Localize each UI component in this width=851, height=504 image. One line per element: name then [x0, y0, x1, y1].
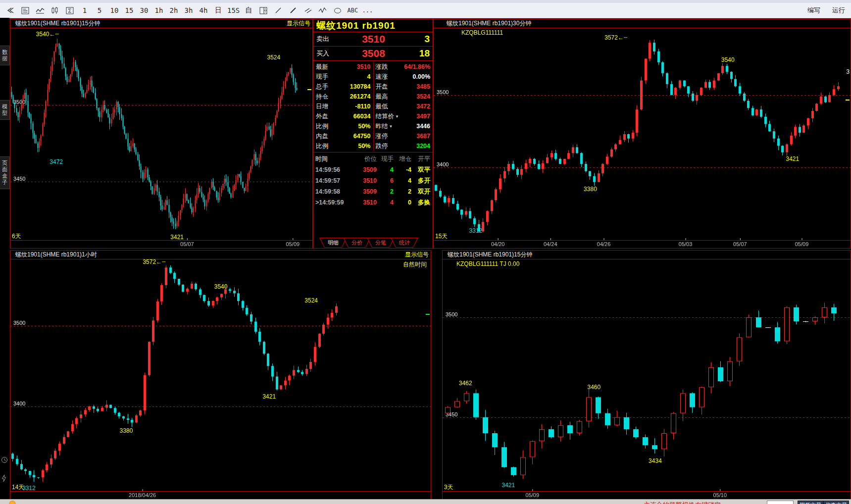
- tick-cell-4: 4: [394, 177, 411, 184]
- polyline-icon[interactable]: [317, 4, 329, 16]
- stat-label: 结算价: [376, 112, 395, 121]
- status-bar: 主连合约频繁切换右键锁定 期货交易 仿真交易: [0, 499, 851, 504]
- notice-icon: [9, 501, 16, 504]
- news-ticker: 主连合约频繁切换右键锁定: [644, 501, 721, 504]
- candlestick-chart-30min[interactable]: [434, 28, 851, 248]
- sidebar-item-页面盒子[interactable]: 页面盒子: [0, 156, 10, 189]
- candlestick-chart-15min[interactable]: [10, 28, 312, 248]
- natural-time-label[interactable]: 自然时间: [403, 260, 427, 269]
- stat-value: 3204: [388, 143, 431, 150]
- ask-row[interactable]: 卖出 3510 3: [313, 32, 433, 47]
- stat-value: 3472: [388, 103, 431, 110]
- tick-list: 时间价位现手增仓开平14:59:5635094-4双平14:59:5735106…: [313, 152, 433, 208]
- stat-label: 最新: [316, 63, 328, 71]
- stat-label: 现手: [316, 73, 328, 81]
- period-button-10[interactable]: 10: [108, 4, 120, 16]
- tick-cell-4: 0: [394, 199, 411, 206]
- futures-trade-button[interactable]: 期货交易: [798, 501, 823, 504]
- clock-icon[interactable]: [1, 456, 8, 465]
- bid-label: 买入: [316, 49, 338, 58]
- stat-value: 3524: [388, 93, 431, 100]
- stat-label: 日增: [316, 102, 328, 111]
- period-button-自[interactable]: 自: [243, 4, 254, 16]
- stat-label: 外盘: [316, 112, 328, 121]
- dropdown-arrow-icon[interactable]: ▼: [389, 124, 393, 129]
- status-input[interactable]: [767, 501, 794, 504]
- stat-value: 66034: [328, 113, 371, 120]
- period-button-30[interactable]: 30: [138, 4, 150, 16]
- stat-label: 涨跌: [376, 63, 388, 71]
- report-icon[interactable]: [19, 4, 31, 16]
- formula-icon[interactable]: [64, 4, 76, 16]
- multi-grid-icon[interactable]: [257, 4, 269, 16]
- period-button-1h[interactable]: 1h: [153, 4, 165, 16]
- stat-label: 最低: [376, 102, 388, 111]
- chart-title: 螺纹1901(SHME rb1901)1小时: [15, 251, 97, 259]
- stat-value: 0.00%: [388, 73, 431, 80]
- stat-value: 4: [328, 73, 371, 80]
- candlestick-icon[interactable]: [49, 4, 61, 16]
- period-button-3h[interactable]: 3h: [183, 4, 195, 16]
- candlestick-chart-15min-model[interactable]: [443, 259, 851, 499]
- chart-panel-15min-model: 螺纹1901(SHME rb1901)15分钟 KZQBLG111111 TJ …: [442, 250, 851, 499]
- period-button-15S[interactable]: 15S: [227, 4, 240, 16]
- period-button-2h[interactable]: 2h: [168, 4, 180, 16]
- chart-panel-30min: 螺纹1901(SHME rb1901)30分钟 KZQBLG111111: [433, 19, 851, 249]
- ask-label: 卖出: [316, 35, 338, 44]
- line-chart-icon[interactable]: [34, 4, 46, 16]
- sidebar-item-数据[interactable]: 数据: [0, 46, 10, 65]
- bid-row[interactable]: 买入 3508 18: [313, 47, 433, 61]
- period-button-1[interactable]: 1: [79, 4, 91, 16]
- flash-icon[interactable]: [1, 474, 7, 484]
- parallel-lines-icon[interactable]: [302, 4, 314, 16]
- text-tool-button[interactable]: ABC: [347, 4, 358, 16]
- stat-label: 总手: [316, 83, 328, 91]
- stat-label: 比例: [316, 142, 328, 151]
- ask-price: 3510: [338, 33, 409, 45]
- candlestick-chart-1hour[interactable]: [10, 259, 431, 499]
- tick-row[interactable]: 14:59:57351064多开: [313, 175, 433, 186]
- edit-script-button[interactable]: 编写: [807, 6, 820, 15]
- run-script-button[interactable]: 运行: [832, 6, 845, 15]
- tick-cell-1: >14:59:59: [315, 199, 351, 206]
- stat-label: 持仓: [316, 93, 328, 101]
- tick-row[interactable]: >14:59:59351040多换: [313, 197, 433, 208]
- show-signal-link[interactable]: 显示信号: [287, 19, 310, 28]
- dropdown-arrow-icon[interactable]: ▼: [395, 114, 399, 119]
- main-toolbar: 151015301h2h3h4h日15S自ABC...编写运行: [0, 0, 851, 18]
- more-tools-button[interactable]: ...: [361, 4, 373, 16]
- tick-col-4: 增仓: [394, 155, 411, 163]
- tick-row[interactable]: 14:59:58350922双开: [313, 186, 433, 197]
- tick-col-1: 时间: [315, 155, 351, 163]
- stat-value: 3446: [393, 123, 430, 130]
- stat-label: 开盘: [376, 83, 388, 91]
- stat-value: 50%: [328, 123, 371, 130]
- simulation-trade-button[interactable]: 仿真交易: [823, 501, 849, 504]
- segment-icon[interactable]: [272, 4, 284, 16]
- left-sidebar: 数据模型页面盒子: [0, 18, 9, 504]
- back-icon[interactable]: [4, 4, 16, 16]
- tick-cell-3: 2: [377, 188, 394, 195]
- stat-value: 3510: [328, 63, 371, 70]
- period-button-5[interactable]: 5: [94, 4, 105, 16]
- show-signal-link[interactable]: 显示信号: [405, 251, 429, 259]
- tick-cell-5: 多换: [411, 199, 430, 207]
- tick-cell-5: 双平: [411, 166, 430, 174]
- quote-tab-统计[interactable]: 统计: [391, 238, 418, 248]
- ellipse-icon[interactable]: [332, 4, 344, 16]
- tick-cell-2: 3510: [351, 177, 377, 184]
- stat-value: 64/1.86%: [388, 63, 431, 70]
- period-button-日[interactable]: 日: [212, 4, 224, 16]
- tick-col-3: 现手: [377, 155, 394, 163]
- sidebar-item-模型[interactable]: 模型: [0, 100, 10, 120]
- stat-label: 速涨: [376, 73, 388, 81]
- period-button-4h[interactable]: 4h: [198, 4, 209, 16]
- stat-label: 内盘: [316, 132, 328, 141]
- tick-row[interactable]: 14:59:5635094-4双平: [313, 164, 433, 175]
- trendline-icon[interactable]: [287, 4, 299, 16]
- stat-value: 130784: [328, 83, 371, 90]
- ask-volume: 3: [409, 34, 430, 45]
- period-button-15[interactable]: 15: [123, 4, 135, 16]
- chart-panel-15min: 螺纹1901(SHME rb1901)15分钟 显示信号: [10, 19, 313, 249]
- bid-volume: 18: [409, 48, 430, 59]
